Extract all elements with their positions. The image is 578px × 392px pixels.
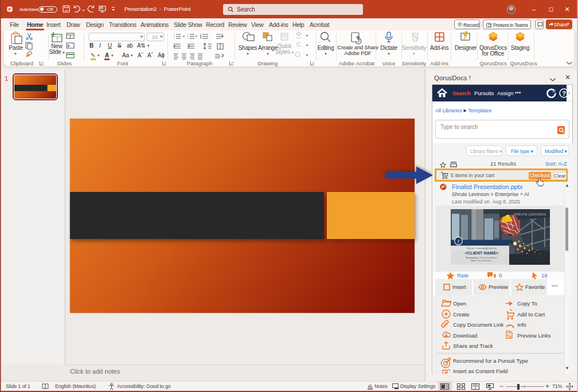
svg-text:Presented by: <PursuitCoachNam: Presented by: <PursuitCoachName>	[466, 257, 497, 259]
svg-text:24: 24	[152, 34, 158, 40]
svg-text:SHRUTE LEVINSON: SHRUTE LEVINSON	[514, 213, 546, 216]
svg-text:P: P	[8, 7, 11, 12]
svg-text:Date: <PursuitDueDate>: Date: <PursuitDueDate>	[471, 260, 492, 262]
svg-text:?: ?	[562, 90, 566, 97]
svg-text:<CLIENT NAME>: <CLIENT NAME>	[465, 251, 499, 255]
svg-text:PROJECT PRESENTATION FOR: PROJECT PRESENTATION FOR	[467, 248, 497, 250]
svg-text:T: T	[487, 23, 490, 27]
svg-text:ƒ: ƒ	[458, 239, 460, 244]
svg-text:P: P	[442, 185, 444, 189]
